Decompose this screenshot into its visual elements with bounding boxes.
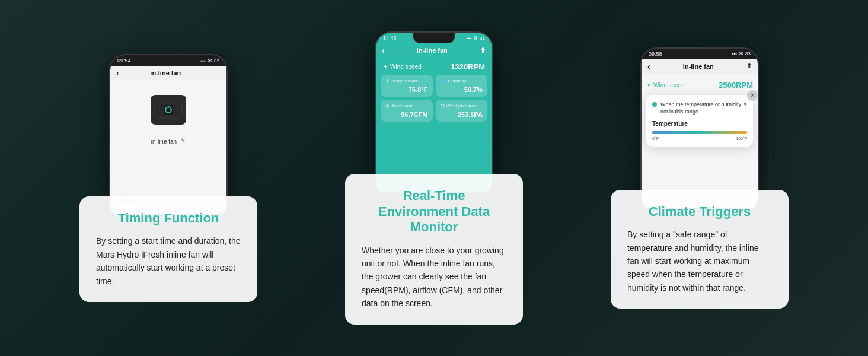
back-icon-1[interactable]: ‹ [116,68,119,78]
humidity-card: 💧 Humidity 50.7% [436,75,488,97]
timing-info-card: Timing Function By setting a start time … [79,196,257,302]
wind-speed-value: 1320RPM [451,62,485,71]
climate-section: 09:58 ▪▪▪ ⌘ 83 ‹ in-line fan ⬆ [599,47,800,309]
pressure-value: 253.6PA [441,111,483,118]
signal-icon-2: ▪▪▪ [467,36,472,41]
battery-1: 83 [214,58,219,63]
header-title-1: in-line fan [150,69,181,77]
timing-section: 09:54 ▪▪▪ ⌘ 83 ‹ in-line fan [68,54,269,302]
popup-close-button[interactable]: ✕ [747,90,758,101]
battery-3: 83 [745,51,751,56]
main-container: 09:54 ▪▪▪ ⌘ 83 ‹ in-line fan [0,0,868,356]
pressure-card: ⊟ Wind pressure 253.6PA [436,100,488,122]
wind-label: ✦ Wind speed [383,63,422,70]
realtime-info-card: Real-Time Environment Data Monitor Wheth… [345,174,523,324]
phone3-body: ✦ Wind speed 2500RPM ✕ When the temperat… [642,74,758,208]
temp-range-labels: 0°F 100°F [652,136,747,141]
wind-speed-label: Wind speed [390,63,422,70]
status-icons-2: ▪▪▪ ⌘ 31 [467,36,485,41]
humidity-value: 50.7% [441,86,483,93]
wifi-icon-1: ⌘ [208,58,212,63]
signal-icon-3: ▪▪▪ [732,51,738,56]
phone-notch-1 [148,55,189,66]
pressure-label: ⊟ Wind pressure [441,103,483,109]
phone-frame-2: 14:43 ▪▪▪ ⌘ 31 ‹ in-line fan ⬆ [375,31,493,198]
wind-row-dark: ✦ Wind speed 2500RPM [646,78,753,92]
realtime-card-title: Real-Time Environment Data Monitor [362,188,506,235]
phone-1: 09:54 ▪▪▪ ⌘ 83 ‹ in-line fan [109,54,228,220]
share-icon-3[interactable]: ⬆ [746,62,752,70]
realtime-section: 14:43 ▪▪▪ ⌘ 31 ‹ in-line fan ⬆ [333,31,535,324]
thermometer-icon: 🌡 [385,78,390,84]
status-icons-3: ▪▪▪ ⌘ 83 [732,51,751,56]
climate-info-card: Climate Triggers By setting a "safe rang… [611,190,789,309]
wind-icon-3: ✦ [646,82,651,88]
climate-card-body: By setting a "safe range" of temperature… [627,228,772,294]
wind-speed-label-3: Wind speed [653,82,685,88]
sensor-grid: 🌡 Temperature 76.8°F 💧 Humidity 50.7% [381,75,487,122]
temp-min-label: 0°F [652,136,659,141]
phone-3: 09:58 ▪▪▪ ⌘ 83 ‹ in-line fan ⬆ [640,47,759,214]
temp-card: 🌡 Temperature 76.8°F [381,75,433,97]
fan-icon-container [148,92,189,128]
air-value: 96.7CFM [385,111,428,118]
popup-dot-green [652,102,657,107]
time-3: 09:58 [649,51,662,57]
droplet-icon: 💧 [441,78,446,84]
phone-notch-2 [413,33,455,43]
air-label: ⊚ Air volume [385,103,428,109]
wifi-icon-3: ⌘ [739,51,743,56]
popup-message: When the temperature or humidity is not … [660,101,747,116]
wind-label-dark: ✦ Wind speed [646,82,685,88]
phone1-body: in-line fan ✎ Timer › [110,80,226,214]
fan-device-image [151,95,186,125]
realtime-card-body: Whether you are close to your growing un… [362,244,506,310]
phone-2: 14:43 ▪▪▪ ⌘ 31 ‹ in-line fan ⬆ [375,31,493,198]
air-card: ⊚ Air volume 96.7CFM [381,100,433,122]
share-icon-2[interactable]: ⬆ [480,46,486,55]
timing-card-body: By setting a start time and duration, th… [96,234,241,288]
phone-frame-3: 09:58 ▪▪▪ ⌘ 83 ‹ in-line fan ⬆ [640,47,759,214]
phone-header-1: ‹ in-line fan [110,66,226,80]
air-icon: ⊚ [385,103,390,109]
popup-section-title: Temperature [652,120,747,127]
temp-range-bar [652,131,747,134]
wifi-icon-2: ⌘ [473,36,478,41]
humidity-label: 💧 Humidity [441,78,483,84]
phone2-body: ✦ Wind speed 1320RPM 🌡 Temperature 76.8°… [376,58,492,192]
popup-message-row: When the temperature or humidity is not … [652,101,747,116]
signal-icon-1: ▪▪▪ [201,58,206,63]
temp-label: 🌡 Temperature [385,78,428,84]
back-icon-2[interactable]: ‹ [382,46,385,55]
wind-speed-row: ✦ Wind speed 1320RPM [381,62,487,71]
edit-icon-1[interactable]: ✎ [181,138,186,144]
device-name-1: in-line fan [151,138,177,145]
wind-speed-value-3: 2500RPM [719,81,753,90]
time-1: 09:54 [117,58,131,63]
header-title-3: in-line fan [683,63,714,70]
timing-card-title: Timing Function [96,211,241,226]
back-icon-3[interactable]: ‹ [647,62,650,71]
temp-max-label: 100°F [736,136,747,141]
phone-frame-1: 09:54 ▪▪▪ ⌘ 83 ‹ in-line fan [109,54,228,220]
phone-header-2: ‹ in-line fan ⬆ [376,43,492,58]
climate-popup-card: ✕ When the temperature or humidity is no… [646,95,753,147]
battery-2: 31 [480,36,485,41]
pressure-icon: ⊟ [441,103,445,109]
phone-header-3: ‹ in-line fan ⬆ [642,59,758,74]
header-title-2: in-line fan [417,47,448,54]
temp-value: 76.8°F [385,86,428,93]
time-2: 14:43 [383,35,397,41]
wind-icon: ✦ [383,63,388,70]
climate-card-title: Climate Triggers [627,204,772,220]
status-icons-1: ▪▪▪ ⌘ 83 [201,58,219,63]
phone-notch-3 [679,49,720,59]
